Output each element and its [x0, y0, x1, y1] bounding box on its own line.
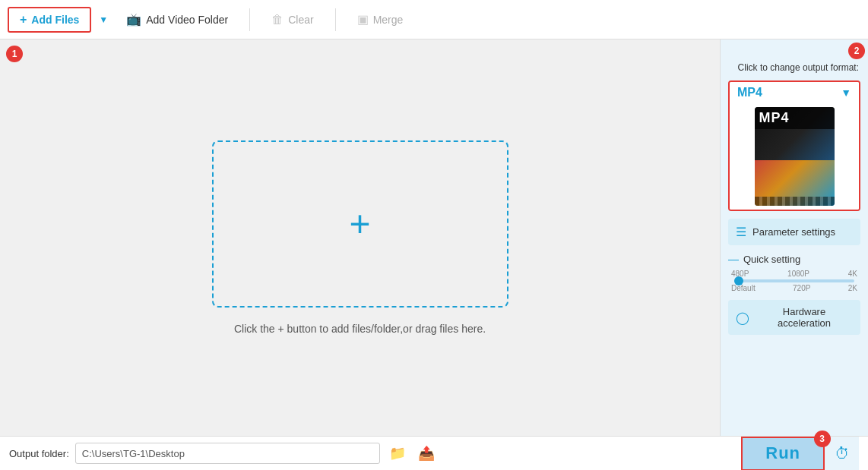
clear-label: Clear: [288, 14, 313, 26]
folder-video-icon: 📺: [126, 12, 141, 27]
output-folder-label: Output folder:: [9, 448, 69, 459]
toolbar-divider-2: [335, 8, 336, 31]
parameter-settings-label: Parameter settings: [752, 226, 835, 238]
format-header[interactable]: MP4 ▼: [730, 82, 859, 103]
mp4-thumbnail: MP4: [755, 107, 835, 206]
label-default: Default: [731, 284, 756, 292]
badge-2: 2: [848, 43, 865, 59]
run-button[interactable]: Run 3: [741, 437, 825, 471]
browse-folder-button[interactable]: 📁: [386, 442, 409, 465]
toolbar-divider: [249, 8, 250, 31]
format-image-area: MP4: [730, 103, 859, 210]
run-section: Run 3 ⏱: [741, 437, 859, 471]
quick-setting-label: Quick setting: [743, 254, 800, 265]
quick-setting-icon: ―: [728, 253, 739, 265]
merge-button[interactable]: ▣ Merge: [347, 8, 414, 31]
trash-icon: 🗑: [271, 13, 284, 27]
content-area: 1 + Click the + button to add files/fold…: [0, 39, 720, 436]
badge-1: 1: [6, 46, 23, 62]
drop-hint: Click the + button to add files/folder,o…: [234, 323, 486, 335]
quick-setting-section: ― Quick setting 480P 1080P 4K Default 72…: [728, 253, 860, 292]
label-1080p: 1080P: [787, 270, 809, 278]
main-area: 1 + Click the + button to add files/fold…: [0, 39, 868, 436]
parameter-settings-button[interactable]: ☰ Parameter settings: [728, 219, 860, 245]
slider-labels-bottom: Default 720P 2K: [731, 284, 857, 292]
output-path-input[interactable]: [75, 443, 380, 464]
label-2k: 2K: [848, 284, 857, 292]
hardware-acceleration-button[interactable]: ◯ Hardware acceleration: [728, 300, 860, 335]
add-files-button[interactable]: + Add Files: [8, 7, 91, 33]
add-video-folder-label: Add Video Folder: [146, 14, 228, 26]
toolbar: + Add Files ▼ 📺 Add Video Folder 🗑 Clear…: [0, 0, 868, 39]
format-label: Click to change output format:: [728, 62, 860, 73]
plus-icon: +: [20, 13, 27, 27]
label-4k: 4K: [848, 270, 857, 278]
merge-icon: ▣: [357, 12, 369, 27]
chip-icon: ◯: [736, 311, 749, 325]
alarm-icon: ⏱: [835, 445, 850, 462]
dropdown-arrow-icon[interactable]: ▼: [99, 14, 108, 25]
folder-open-icon: 📁: [389, 445, 406, 462]
add-files-label: Add Files: [31, 14, 79, 26]
merge-label: Merge: [373, 14, 404, 26]
hardware-acceleration-label: Hardware acceleration: [756, 306, 853, 329]
folder-arrow-icon: 📤: [418, 445, 435, 462]
slider-labels-top: 480P 1080P 4K: [731, 270, 857, 278]
slider-track[interactable]: [734, 279, 854, 282]
drop-zone-plus-icon: +: [349, 206, 370, 242]
quick-setting-header: ― Quick setting: [728, 253, 860, 265]
run-label: Run: [765, 443, 800, 462]
format-value: MP4: [737, 86, 762, 99]
add-video-folder-button[interactable]: 📺 Add Video Folder: [116, 8, 239, 31]
chevron-down-icon: ▼: [841, 87, 851, 99]
slider-container: 480P 1080P 4K Default 720P 2K: [728, 270, 860, 292]
drop-zone[interactable]: +: [212, 140, 508, 308]
mp4-label: MP4: [755, 107, 835, 129]
film-strip-decoration: [755, 197, 835, 206]
format-selector[interactable]: MP4 ▼ MP4: [728, 80, 860, 211]
slider-thumb[interactable]: [734, 276, 743, 285]
bottom-bar: Output folder: 📁 📤 Run 3 ⏱: [0, 436, 868, 470]
settings-icon: ☰: [736, 225, 746, 239]
open-output-folder-button[interactable]: 📤: [415, 442, 438, 465]
label-720p: 720P: [793, 284, 810, 292]
clear-button[interactable]: 🗑 Clear: [261, 8, 324, 31]
badge-3: 3: [814, 431, 831, 447]
right-panel: 2 Click to change output format: MP4 ▼ M…: [720, 39, 868, 436]
